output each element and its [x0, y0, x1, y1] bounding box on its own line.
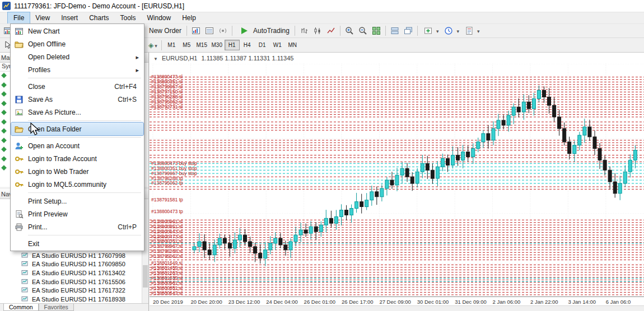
menu-tools[interactable]: Tools [115, 12, 142, 23]
toolbar-separator [295, 26, 295, 36]
file-menu-item-print[interactable]: Print...Ctrl+P [11, 220, 143, 233]
navigator-item-label: EA Studio EURUSD H1 17615506 [32, 279, 125, 285]
zoom-in-icon[interactable] [343, 25, 356, 36]
arrange-windows-icon[interactable] [388, 25, 402, 36]
navigator-list-item[interactable]: EA Studio EURUSD H1 17617322 [0, 286, 141, 295]
file-menu-item-exit[interactable]: Exit [11, 237, 143, 250]
candlestick-chart[interactable]: #138800473 sl#138800351 sl#138799967 sl#… [150, 64, 644, 296]
timeframe-h4[interactable]: H4 [240, 40, 255, 50]
menu-separator [11, 119, 143, 122]
timeframe-d1[interactable]: D1 [255, 40, 270, 50]
file-menu-item-print-setup[interactable]: Print Setup... [11, 195, 143, 208]
timeframe-h1[interactable]: H1 [225, 40, 240, 50]
timeframe-m15[interactable]: M15 [194, 40, 209, 50]
file-menu-item-open-an-account[interactable]: Open an Account [11, 139, 143, 152]
tile-windows-icon[interactable] [370, 25, 383, 36]
navigator-list-item[interactable]: EA Studio EURUSD H1 17607998 [0, 251, 141, 260]
file-menu: New ChartOpen OfflineOpen DeletedProfile… [10, 23, 144, 251]
file-menu-item-open-data-folder[interactable]: Open Data Folder [11, 122, 143, 135]
status-strip [150, 305, 644, 311]
menu-item-label: Exit [26, 240, 142, 248]
menu-window[interactable]: Window [142, 12, 177, 23]
menu-help[interactable]: Help [176, 12, 202, 23]
templates-dropdown[interactable] [461, 25, 482, 36]
shapes-dropdown-icon[interactable]: ◈ [147, 41, 159, 49]
navigator-tabs: CommonFavorites [0, 303, 148, 311]
chevron-down-icon [456, 27, 459, 35]
svg-text:#138800643 sl: #138800643 sl [151, 290, 183, 296]
chart-canvas[interactable]: #138800473 sl#138800351 sl#138799967 sl#… [150, 64, 644, 296]
file-menu-item-save-as-picture[interactable]: Save As Picture... [11, 106, 143, 119]
ea-icon [21, 277, 29, 286]
key-icon [12, 154, 26, 164]
timeframe-m5[interactable]: M5 [179, 40, 194, 50]
tab-favorites[interactable]: Favorites [39, 304, 74, 311]
periods-dropdown[interactable] [440, 25, 461, 36]
file-menu-item-close[interactable]: CloseCtrl+F4 [11, 80, 143, 93]
timeframe-m1[interactable]: M1 [164, 40, 179, 50]
menu-item-label: Open Data Folder [26, 125, 142, 133]
autotrading-button[interactable]: AutoTrading [235, 24, 292, 37]
ea-icon [21, 268, 29, 277]
time-axis-label: 31 Dec 09:00 [455, 299, 487, 305]
file-menu-item-save-as[interactable]: Save AsCtrl+S [11, 93, 143, 106]
svg-text:#138800473 tp: #138800473 tp [151, 209, 183, 214]
no-icon [12, 65, 26, 75]
ea-icon [21, 286, 29, 295]
time-axis-label: 26 Dec 01:00 [304, 299, 336, 305]
file-menu-item-open-offline[interactable]: Open Offline [11, 37, 143, 50]
line-chart-icon[interactable] [324, 25, 338, 36]
toolbar-separator [186, 26, 187, 36]
tab-common[interactable]: Common [3, 304, 39, 311]
timeframe-m30[interactable]: M30 [209, 40, 225, 50]
timeframe-w1[interactable]: W1 [270, 40, 285, 50]
chart-collapse-icon[interactable] [153, 55, 158, 62]
menu-file[interactable]: File [8, 12, 30, 23]
time-axis[interactable]: 20 Dec 201920 Dec 20:0023 Dec 12:0024 De… [150, 296, 644, 305]
menu-insert[interactable]: Insert [55, 12, 83, 23]
menu-view[interactable]: View [30, 12, 55, 23]
file-menu-item-new-chart[interactable]: New Chart [11, 25, 143, 37]
menu-item-label: Open Offline [26, 40, 142, 48]
menu-item-shortcut: Ctrl+P [118, 223, 142, 231]
file-menu-item-profiles[interactable]: Profiles [11, 63, 143, 76]
candlestick-chart-icon[interactable] [311, 25, 324, 36]
navigator-list-item[interactable]: EA Studio EURUSD H1 17609850 [0, 260, 141, 269]
navigator-list-item[interactable]: EA Studio EURUSD H1 17615506 [0, 277, 141, 286]
menu-item-label: Print Preview [26, 210, 142, 218]
time-axis-label: 30 Dec 01:00 [417, 299, 449, 305]
symbol-diamond-icon [1, 128, 7, 135]
file-menu-item-login-to-mql5-community[interactable]: Login to MQL5.community [11, 178, 143, 191]
navigator-item-label: EA Studio EURUSD H1 17609850 [32, 261, 125, 267]
new-order-button-label: New Order [149, 27, 181, 35]
folder-icon [12, 39, 26, 49]
ea-icon [21, 295, 29, 304]
zoom-out-icon[interactable] [356, 25, 370, 36]
menu-charts[interactable]: Charts [83, 12, 114, 23]
timeframe-mn[interactable]: MN [285, 40, 300, 50]
file-menu-item-login-to-web-trader[interactable]: Login to Web Trader [11, 165, 143, 178]
data-window-icon[interactable] [203, 25, 216, 36]
menu-item-label: Close [26, 83, 114, 91]
menu-item-label: Print Setup... [26, 197, 142, 205]
menu-item-label: Profiles [26, 66, 136, 74]
navigator-list-item[interactable]: EA Studio EURUSD H1 17618938 [0, 295, 141, 304]
market-watch-icon[interactable] [189, 25, 203, 36]
file-menu-item-login-to-trade-account[interactable]: Login to Trade Account [11, 152, 143, 165]
indicators-dropdown[interactable] [420, 25, 441, 36]
bar-chart-icon[interactable] [297, 25, 311, 36]
floppy-icon [12, 95, 26, 105]
scrollbar-thumb[interactable] [143, 265, 148, 288]
time-axis-label: 2 Jan 22:00 [530, 299, 558, 305]
navigator-item-label: EA Studio EURUSD H1 17607998 [32, 252, 125, 259]
autotrading-button-label: AutoTrading [253, 27, 290, 35]
symbol-column-header: Symbol [0, 63, 11, 72]
toolbar-separator [385, 26, 386, 36]
file-menu-item-open-deleted[interactable]: Open Deleted [11, 50, 143, 63]
navigator-list-item[interactable]: EA Studio EURUSD H1 17613402 [0, 268, 141, 277]
signals-icon[interactable] [216, 25, 230, 36]
file-menu-item-print-preview[interactable]: Print Preview [11, 208, 143, 220]
toolbar-separator [340, 26, 340, 36]
cascade-windows-icon[interactable] [402, 25, 415, 36]
chart-header: EURUSD,H1 1.11385 1.11387 1.11331 1.1134… [150, 53, 644, 64]
